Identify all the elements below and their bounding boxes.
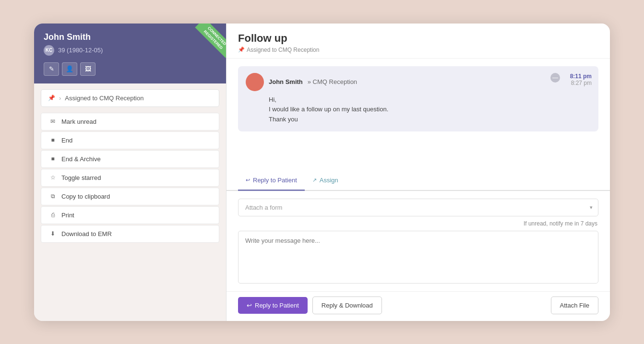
message-time: 8:11 pm 8:27 pm xyxy=(570,73,592,86)
menu-item-end[interactable]: ■ End xyxy=(41,131,219,149)
assigned-label: Assigned to CMQ Reception xyxy=(65,95,143,102)
print-icon: ⎙ xyxy=(49,212,57,218)
reply-download-button[interactable]: Reply & Download xyxy=(312,297,382,314)
end-icon: ■ xyxy=(49,137,57,143)
message-input[interactable] xyxy=(238,231,598,284)
message-area: John Smith » CMQ Reception — 8:11 pm 8:2… xyxy=(227,59,610,171)
patient-image-button[interactable]: 🖼 xyxy=(80,62,95,76)
tab-assign[interactable]: ↗ Assign xyxy=(305,171,346,191)
menu-item-download-emr[interactable]: ⬇ Download to EMR xyxy=(41,225,219,243)
reply-button-icon: ↩ xyxy=(247,302,252,309)
assigned-bar: 📌 › Assigned to CMQ Reception xyxy=(41,89,219,107)
menu-item-copy-clipboard[interactable]: ⧉ Copy to clipboard xyxy=(41,188,219,205)
panel-title: Follow up xyxy=(238,32,598,45)
attach-file-button[interactable]: Attach File xyxy=(551,297,598,314)
edit-patient-button[interactable]: ✎ xyxy=(44,62,59,76)
reply-form: Attach a form ▾ If unread, notify me in … xyxy=(227,191,610,291)
reply-download-label: Reply & Download xyxy=(322,302,373,309)
action-bar: ↩ Reply to Patient Reply & Download Atta… xyxy=(227,291,610,321)
patient-profile-button[interactable]: 👤 xyxy=(62,62,77,76)
menu-item-label: Toggle starred xyxy=(61,174,101,181)
connected-ribbon: CONNECTED REGISTERED xyxy=(188,24,226,62)
menu-item-mark-unread[interactable]: ✉ Mark unread xyxy=(41,113,219,130)
message-line-3: Thank you xyxy=(269,115,591,125)
menu-item-label: Print xyxy=(61,212,74,219)
notify-text: If unread, notify me in 7 days xyxy=(238,220,598,227)
action-menu: ✉ Mark unread ■ End ■ End & Archive ☆ To… xyxy=(41,113,219,244)
reply-icon: ↩ xyxy=(246,177,250,183)
envelope-icon: ✉ xyxy=(49,118,57,125)
subtitle-pin-icon: 📌 xyxy=(238,47,245,53)
attach-file-label: Attach File xyxy=(560,302,589,309)
sidebar: CONNECTED REGISTERED John Smith KC 39 (1… xyxy=(34,24,226,321)
chevron-right-icon: › xyxy=(59,95,61,102)
assign-icon: ↗ xyxy=(312,177,317,183)
connected-badge: CONNECTED REGISTERED xyxy=(195,24,226,58)
time-secondary: 8:27 pm xyxy=(570,80,592,86)
patient-age: 39 (1980-12-05) xyxy=(58,47,103,54)
menu-item-label: End & Archive xyxy=(61,155,101,163)
reply-to-patient-button[interactable]: ↩ Reply to Patient xyxy=(238,297,308,314)
menu-item-label: End xyxy=(61,137,72,144)
time-primary: 8:11 pm xyxy=(570,73,592,80)
menu-item-end-archive[interactable]: ■ End & Archive xyxy=(41,150,219,168)
attach-form-row: Attach a form ▾ xyxy=(238,199,598,216)
patient-initials-badge: KC xyxy=(44,45,54,56)
menu-item-toggle-starred[interactable]: ☆ Toggle starred xyxy=(41,169,219,187)
menu-item-label: Mark unread xyxy=(61,118,96,125)
message-bubble: John Smith » CMQ Reception — 8:11 pm 8:2… xyxy=(238,66,598,131)
patient-card: CONNECTED REGISTERED John Smith KC 39 (1… xyxy=(34,24,226,83)
menu-item-print[interactable]: ⎙ Print xyxy=(41,206,219,224)
reply-tabs: ↩ Reply to Patient ↗ Assign xyxy=(227,171,610,191)
attach-form-select[interactable]: Attach a form xyxy=(238,199,598,216)
pin-icon: 📌 xyxy=(48,95,55,101)
message-sender: John Smith xyxy=(269,78,303,85)
message-line-1: Hi, xyxy=(269,95,591,105)
subtitle-assigned: Assigned to CMQ Reception xyxy=(247,47,319,53)
collapse-message-button[interactable]: — xyxy=(550,73,560,83)
download-icon: ⬇ xyxy=(49,230,57,237)
reply-button-label: Reply to Patient xyxy=(255,302,299,309)
star-icon: ☆ xyxy=(49,174,57,181)
clipboard-icon: ⧉ xyxy=(49,193,57,200)
message-body: Hi, I would like a follow up on my last … xyxy=(246,95,591,125)
message-header: John Smith » CMQ Reception xyxy=(246,73,591,91)
message-line-2: I would like a follow up on my last ques… xyxy=(269,105,591,115)
menu-item-label: Download to EMR xyxy=(61,230,112,237)
tab-reply-to-patient[interactable]: ↩ Reply to Patient xyxy=(238,171,305,191)
panel-subtitle: 📌 Assigned to CMQ Reception xyxy=(238,47,598,53)
panel-header: Follow up 📌 Assigned to CMQ Reception xyxy=(227,24,610,59)
patient-action-buttons: ✎ 👤 🖼 xyxy=(44,62,216,76)
message-to: » CMQ Reception xyxy=(308,78,357,85)
tab-assign-label: Assign xyxy=(320,177,338,184)
menu-item-label: Copy to clipboard xyxy=(61,193,110,200)
end-archive-icon: ■ xyxy=(49,155,57,162)
tab-reply-label: Reply to Patient xyxy=(253,177,297,184)
main-panel: Follow up 📌 Assigned to CMQ Reception Jo… xyxy=(226,24,610,321)
avatar xyxy=(246,73,264,91)
